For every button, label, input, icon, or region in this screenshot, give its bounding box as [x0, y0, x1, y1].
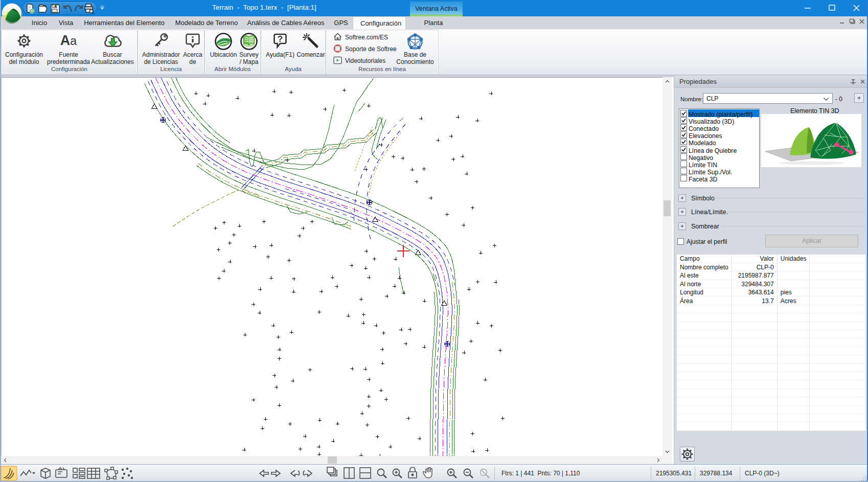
- svg-text:?: ?: [278, 34, 283, 44]
